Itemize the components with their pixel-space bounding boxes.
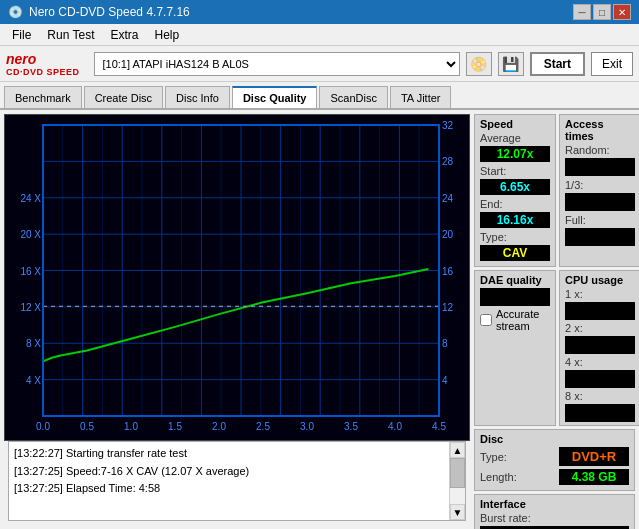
log-area: [13:22:27] Starting transfer rate test [… bbox=[8, 441, 466, 521]
interface-section: Interface Burst rate: bbox=[474, 494, 635, 529]
right-panel: Speed Average 12.07x Start: 6.65x End: 1… bbox=[474, 110, 639, 529]
dae-quality-section: DAE quality Accurate stream bbox=[474, 270, 556, 426]
random-label: Random: bbox=[565, 144, 620, 156]
graph-section: [13:22:27] Starting transfer rate test [… bbox=[0, 110, 474, 529]
tab-ta-jitter[interactable]: TA Jitter bbox=[390, 86, 452, 108]
menu-help[interactable]: Help bbox=[147, 26, 188, 44]
log-content: [13:22:27] Starting transfer rate test [… bbox=[9, 442, 449, 520]
full-value bbox=[565, 228, 635, 246]
scroll-up-button[interactable]: ▲ bbox=[450, 442, 465, 458]
start-label: Start: bbox=[480, 165, 535, 177]
cpu-1x-label: 1 x: bbox=[565, 288, 620, 300]
disc-length-value: 4.38 GB bbox=[559, 469, 629, 485]
end-value: 16.16x bbox=[480, 212, 550, 228]
tab-disc-quality[interactable]: Disc Quality bbox=[232, 86, 318, 108]
cpu-usage-title: CPU usage bbox=[565, 274, 635, 286]
disc-type-value: DVD+R bbox=[559, 447, 629, 466]
log-line-2: [13:27:25] Speed:7-16 X CAV (12.07 X ave… bbox=[14, 463, 444, 481]
accurate-stream-checkbox[interactable] bbox=[480, 314, 492, 326]
accurate-stream-label: Accurate stream bbox=[496, 308, 550, 332]
menu-file[interactable]: File bbox=[4, 26, 39, 44]
disc-type-label: Type: bbox=[480, 451, 535, 463]
menu-run-test[interactable]: Run Test bbox=[39, 26, 102, 44]
interface-title: Interface bbox=[480, 498, 629, 510]
avg-label: Average bbox=[480, 132, 535, 144]
window-controls: ─ □ ✕ bbox=[573, 4, 631, 20]
burst-rate-label: Burst rate: bbox=[480, 512, 535, 524]
disc-length-label: Length: bbox=[480, 471, 535, 483]
start-value: 6.65x bbox=[480, 179, 550, 195]
log-line-1: [13:22:27] Starting transfer rate test bbox=[14, 445, 444, 463]
graph-container bbox=[4, 114, 470, 441]
end-label: End: bbox=[480, 198, 535, 210]
tab-benchmark[interactable]: Benchmark bbox=[4, 86, 82, 108]
speed-section: Speed Average 12.07x Start: 6.65x End: 1… bbox=[474, 114, 556, 267]
menu-extra[interactable]: Extra bbox=[102, 26, 146, 44]
type-label: Type: bbox=[480, 231, 535, 243]
minimize-button[interactable]: ─ bbox=[573, 4, 591, 20]
scroll-thumb[interactable] bbox=[450, 458, 465, 488]
tab-create-disc[interactable]: Create Disc bbox=[84, 86, 163, 108]
toolbar: nero CD·DVD SPEED [10:1] ATAPI iHAS124 B… bbox=[0, 46, 639, 82]
dae-quality-title: DAE quality bbox=[480, 274, 550, 286]
disc-info-section: Disc Type: DVD+R Length: 4.38 GB bbox=[474, 429, 635, 491]
cpu-8x-value bbox=[565, 404, 635, 422]
tab-scan-disc[interactable]: ScanDisc bbox=[319, 86, 387, 108]
log-scrollbar: ▲ ▼ bbox=[449, 442, 465, 520]
title-bar: 💿 Nero CD-DVD Speed 4.7.7.16 ─ □ ✕ bbox=[0, 0, 639, 24]
disc-info-title: Disc bbox=[480, 433, 629, 445]
nero-brand-text: nero bbox=[6, 51, 36, 67]
avg-value: 12.07x bbox=[480, 146, 550, 162]
type-value: CAV bbox=[480, 245, 550, 261]
main-content: [13:22:27] Starting transfer rate test [… bbox=[0, 110, 639, 529]
cpu-4x-value bbox=[565, 370, 635, 388]
eject-icon-button[interactable]: 📀 bbox=[466, 52, 492, 76]
tab-bar: Benchmark Create Disc Disc Info Disc Qua… bbox=[0, 82, 639, 110]
cpu-1x-value bbox=[565, 302, 635, 320]
maximize-button[interactable]: □ bbox=[593, 4, 611, 20]
one-third-value bbox=[565, 193, 635, 211]
exit-button[interactable]: Exit bbox=[591, 52, 633, 76]
speed-title: Speed bbox=[480, 118, 550, 130]
nero-logo: nero CD·DVD SPEED bbox=[6, 51, 80, 77]
tab-disc-info[interactable]: Disc Info bbox=[165, 86, 230, 108]
access-times-section: Access times Random: 1/3: Full: bbox=[559, 114, 639, 267]
close-button[interactable]: ✕ bbox=[613, 4, 631, 20]
title-bar-text: Nero CD-DVD Speed 4.7.7.16 bbox=[29, 5, 190, 19]
cpu-8x-label: 8 x: bbox=[565, 390, 620, 402]
scroll-down-button[interactable]: ▼ bbox=[450, 504, 465, 520]
accurate-stream-row: Accurate stream bbox=[480, 308, 550, 332]
nero-product-text: CD·DVD SPEED bbox=[6, 67, 80, 77]
cpu-usage-section: CPU usage 1 x: 2 x: 4 x: 8 x: bbox=[559, 270, 639, 426]
one-third-label: 1/3: bbox=[565, 179, 620, 191]
save-icon-button[interactable]: 💾 bbox=[498, 52, 524, 76]
dae-quality-value bbox=[480, 288, 550, 306]
cpu-4x-label: 4 x: bbox=[565, 356, 620, 368]
cpu-2x-value bbox=[565, 336, 635, 354]
log-line-3: [13:27:25] Elapsed Time: 4:58 bbox=[14, 480, 444, 498]
access-times-title: Access times bbox=[565, 118, 635, 142]
start-button[interactable]: Start bbox=[530, 52, 585, 76]
drive-select[interactable]: [10:1] ATAPI iHAS124 B AL0S bbox=[94, 52, 460, 76]
menu-bar: File Run Test Extra Help bbox=[0, 24, 639, 46]
random-value bbox=[565, 158, 635, 176]
full-label: Full: bbox=[565, 214, 620, 226]
scroll-track[interactable] bbox=[450, 458, 465, 504]
app-icon: 💿 bbox=[8, 5, 23, 19]
cpu-2x-label: 2 x: bbox=[565, 322, 620, 334]
